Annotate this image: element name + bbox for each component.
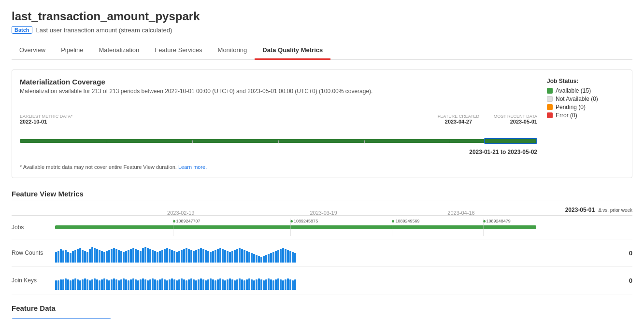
tab-feature-services[interactable]: Feature Services xyxy=(147,42,210,60)
coverage-header: Materialization Coverage Materialization… xyxy=(20,78,624,170)
job-id-2: 1089245875 xyxy=(294,219,318,223)
job-status-legend: Job Status: Available (15) Not Available… xyxy=(547,78,624,170)
earliest-label: EARLIEST METRIC DATA* xyxy=(20,114,72,119)
not-available-dot xyxy=(547,96,553,102)
vs-prior-label: Δ vs. prior week xyxy=(598,208,632,213)
metrics-chart-area: 2023-02-19 2023-03-19 2023-04-16 2023-05… xyxy=(12,200,632,294)
tab-pipeline[interactable]: Pipeline xyxy=(53,42,91,60)
tab-data-quality-metrics[interactable]: Data Quality Metrics xyxy=(255,42,330,60)
date-marker-1: 2023-02-19 xyxy=(167,210,194,216)
date-marker-2: 2023-03-19 xyxy=(310,210,337,216)
legend-title: Job Status: xyxy=(547,78,624,84)
join-keys-label: Join Keys xyxy=(12,277,55,284)
feature-view-metrics-section: Feature View Metrics 2023-02-19 2023-03-… xyxy=(12,190,632,294)
tab-materialization[interactable]: Materialization xyxy=(91,42,147,60)
jobs-chart-row: Jobs 1089247707 xyxy=(12,216,632,239)
jobs-chart-content: 1089247707 1089245875 1089249569 xyxy=(55,219,590,236)
date-marker-3: 2023-04-16 xyxy=(447,210,474,216)
pending-dot xyxy=(547,104,553,110)
job-id-3: 1089249569 xyxy=(395,219,419,223)
most-recent-date: 2023-05-01 xyxy=(510,119,537,125)
available-dot xyxy=(547,88,553,94)
row-counts-chart-content xyxy=(55,242,590,264)
nav-tabs: Overview Pipeline Materialization Featur… xyxy=(12,42,632,60)
coverage-main: Materialization Coverage Materialization… xyxy=(20,78,537,170)
legend-not-available: Not Available (0) xyxy=(547,96,624,102)
feature-data-title: Feature Data xyxy=(12,304,632,312)
page-title: last_transaction_amount_pyspark xyxy=(12,10,632,23)
legend-available: Available (15) xyxy=(547,87,624,94)
join-keys-chart-content xyxy=(55,270,590,291)
earliest-date: 2022-10-01 xyxy=(20,119,47,125)
row-counts-value: 0 xyxy=(594,250,632,257)
learn-more-link[interactable]: Learn more. xyxy=(178,164,207,170)
legend-pending: Pending (0) xyxy=(547,104,624,111)
most-recent-label: MOST RECENT DATA xyxy=(494,114,537,119)
row-counts-label: Row Counts xyxy=(12,250,55,256)
feature-created-label: FEATURE CREATED xyxy=(438,114,479,119)
job-id-4: 1089248479 xyxy=(487,219,511,223)
feature-data-section: Feature Data NULL VALUES PERCENTAGE ▾ am… xyxy=(12,304,632,319)
tab-overview[interactable]: Overview xyxy=(12,42,53,60)
coverage-title: Materialization Coverage xyxy=(20,78,537,86)
coverage-note: * Available metric data may not cover en… xyxy=(20,164,537,170)
legend-error: Error (0) xyxy=(547,112,624,119)
error-dot xyxy=(547,112,553,118)
feature-subtitle: Batch Last user transaction amount (stre… xyxy=(12,26,632,34)
timeline-bar xyxy=(20,136,537,146)
row-counts-chart-row: Row Counts 0 xyxy=(12,239,632,267)
feature-created-date: 2023-04-27 xyxy=(445,119,472,125)
materialization-coverage-section: Materialization Coverage Materialization… xyxy=(12,69,632,178)
tab-monitoring[interactable]: Monitoring xyxy=(210,42,255,60)
page-header: last_transaction_amount_pyspark Batch La… xyxy=(12,10,632,34)
metrics-title: Feature View Metrics xyxy=(12,190,632,198)
join-keys-chart-row: Join Keys 0 xyxy=(12,267,632,294)
coverage-subtitle: Materialization available for 213 of 213… xyxy=(20,88,537,95)
coverage-container: Materialization Coverage Materialization… xyxy=(12,69,632,178)
subtitle-text: Last user transaction amount (stream cal… xyxy=(36,27,172,34)
content-area: Materialization Coverage Materialization… xyxy=(12,60,632,319)
batch-badge: Batch xyxy=(12,26,32,34)
job-id-1: 1089247707 xyxy=(176,219,200,223)
join-keys-value: 0 xyxy=(594,277,632,284)
current-date-label: 2023-05-01 xyxy=(565,207,595,213)
date-range: 2023-01-21 to 2023-05-02 xyxy=(20,149,537,155)
jobs-label: Jobs xyxy=(12,224,55,231)
